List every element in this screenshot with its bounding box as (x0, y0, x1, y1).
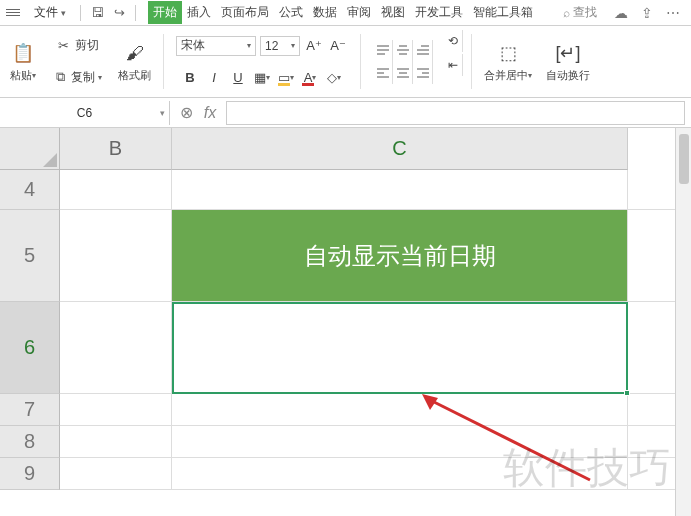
row-header-6[interactable]: 6 (0, 302, 60, 394)
caret-down-icon: ▾ (160, 108, 165, 118)
cell-b4[interactable] (60, 170, 172, 209)
row-header-7[interactable]: 7 (0, 394, 60, 426)
cut-button[interactable]: ✂ 剪切 (54, 36, 101, 55)
paste-button[interactable]: 📋 粘贴▾ (6, 30, 40, 93)
font-size-select[interactable]: 12▾ (260, 36, 300, 56)
align-left-icon[interactable] (373, 62, 393, 84)
merge-icon: ⬚ (495, 40, 521, 66)
formula-input[interactable] (226, 101, 685, 125)
align-bottom-icon[interactable] (413, 40, 433, 62)
cell-b6[interactable] (60, 302, 172, 393)
column-header-b[interactable]: B (60, 128, 172, 170)
wrap-text-button[interactable]: [↵] 自动换行 (542, 30, 594, 93)
formula-bar: C6 ▾ ⊗ fx (0, 98, 691, 128)
font-name-select[interactable]: 宋体▾ (176, 36, 256, 56)
align-center-icon[interactable] (393, 62, 413, 84)
tab-view[interactable]: 视图 (376, 1, 410, 24)
cloud-icon[interactable]: ☁ (609, 5, 633, 21)
clear-format-button[interactable]: ◇▾ (324, 67, 344, 87)
file-menu[interactable]: 文件 ▾ (26, 2, 74, 23)
increase-font-icon[interactable]: A⁺ (304, 36, 324, 56)
format-painter-label: 格式刷 (118, 68, 151, 83)
row-header-5[interactable]: 5 (0, 210, 60, 302)
cell-c9[interactable] (172, 458, 628, 489)
italic-button[interactable]: I (204, 67, 224, 87)
search-box[interactable]: ⌕ 查找 (563, 4, 597, 21)
cell-c7[interactable] (172, 394, 628, 425)
cell-b8[interactable] (60, 426, 172, 457)
scissors-icon: ✂ (56, 38, 72, 54)
redo-icon[interactable]: ↪ (109, 3, 129, 23)
align-group (369, 30, 437, 93)
name-box[interactable]: C6 ▾ (0, 101, 170, 125)
cancel-icon[interactable]: ⊗ (174, 103, 198, 122)
file-menu-label: 文件 (34, 4, 58, 21)
ribbon: 📋 粘贴▾ ✂ 剪切 ⧉ 复制▾ 🖌 格式刷 宋体▾ 12▾ A⁺ A⁻ B (0, 26, 691, 98)
tab-page-layout[interactable]: 页面布局 (216, 1, 274, 24)
font-name-value: 宋体 (181, 37, 205, 54)
scrollbar-thumb[interactable] (679, 134, 689, 184)
font-size-value: 12 (265, 39, 278, 53)
tab-review[interactable]: 审阅 (342, 1, 376, 24)
tab-formulas[interactable]: 公式 (274, 1, 308, 24)
orientation-icon[interactable]: ⟲ (443, 30, 463, 52)
wrap-icon: [↵] (555, 40, 581, 66)
cell-c5-text: 自动显示当前日期 (304, 240, 496, 272)
vertical-scrollbar[interactable] (675, 128, 691, 516)
tab-developer[interactable]: 开发工具 (410, 1, 468, 24)
caret-down-icon: ▾ (61, 8, 66, 18)
cell-c8[interactable] (172, 426, 628, 457)
cell-c4[interactable] (172, 170, 628, 209)
share-icon[interactable]: ⇪ (635, 5, 659, 21)
clipboard-icon: 📋 (10, 40, 36, 66)
align-right-icon[interactable] (413, 62, 433, 84)
tab-insert[interactable]: 插入 (182, 1, 216, 24)
row-header-9[interactable]: 9 (0, 458, 60, 490)
indent-group: ⟲ ⇤ (443, 30, 463, 93)
row-headers: 4 5 6 7 8 9 (0, 170, 60, 516)
separator (80, 5, 81, 21)
cell-c5[interactable]: 自动显示当前日期 (172, 210, 628, 301)
merge-center-button[interactable]: ⬚ 合并居中▾ (480, 30, 536, 93)
svg-marker-18 (43, 153, 57, 167)
grid[interactable]: B C 4 5 6 7 8 9 自动显示当前日期 (0, 128, 675, 516)
row-header-4[interactable]: 4 (0, 170, 60, 210)
decrease-font-icon[interactable]: A⁻ (328, 36, 348, 56)
merge-center-label: 合并居中 (484, 68, 528, 83)
menu-icon[interactable] (6, 9, 20, 16)
search-placeholder: 查找 (573, 4, 597, 21)
save-icon[interactable]: 🖫 (87, 3, 107, 23)
bold-button[interactable]: B (180, 67, 200, 87)
border-button[interactable]: ▦▾ (252, 67, 272, 87)
brush-icon: 🖌 (122, 40, 148, 66)
tab-smart-tools[interactable]: 智能工具箱 (468, 1, 538, 24)
underline-button[interactable]: U (228, 67, 248, 87)
cell-b9[interactable] (60, 458, 172, 489)
row-header-8[interactable]: 8 (0, 426, 60, 458)
align-middle-icon[interactable] (393, 40, 413, 62)
fx-icon[interactable]: fx (198, 104, 222, 122)
ribbon-tabs: 开始 插入 页面布局 公式 数据 审阅 视图 开发工具 智能工具箱 (148, 1, 538, 24)
font-group: 宋体▾ 12▾ A⁺ A⁻ B I U ▦▾ ▭▾ A▾ ◇▾ (172, 30, 352, 93)
fill-color-button[interactable]: ▭▾ (276, 67, 296, 87)
indent-icon[interactable]: ⇤ (443, 54, 463, 76)
format-painter-button[interactable]: 🖌 格式刷 (114, 30, 155, 93)
name-box-value: C6 (77, 106, 92, 120)
copy-button[interactable]: ⧉ 复制▾ (50, 68, 104, 87)
menu-bar: 文件 ▾ 🖫 ↪ 开始 插入 页面布局 公式 数据 审阅 视图 开发工具 智能工… (0, 0, 691, 26)
align-top-icon[interactable] (373, 40, 393, 62)
cells[interactable]: 自动显示当前日期 (60, 170, 675, 516)
tab-data[interactable]: 数据 (308, 1, 342, 24)
wrap-text-label: 自动换行 (546, 68, 590, 83)
more-icon[interactable]: ⋯ (661, 5, 685, 21)
select-all-corner[interactable] (0, 128, 60, 170)
copy-icon: ⧉ (52, 69, 68, 85)
column-header-c[interactable]: C (172, 128, 628, 170)
cell-b7[interactable] (60, 394, 172, 425)
cell-c6[interactable] (172, 302, 628, 393)
tab-home[interactable]: 开始 (148, 1, 182, 24)
cut-label: 剪切 (75, 37, 99, 54)
cell-b5[interactable] (60, 210, 172, 301)
font-color-button[interactable]: A▾ (300, 67, 320, 87)
worksheet-area: B C 4 5 6 7 8 9 自动显示当前日期 (0, 128, 691, 516)
